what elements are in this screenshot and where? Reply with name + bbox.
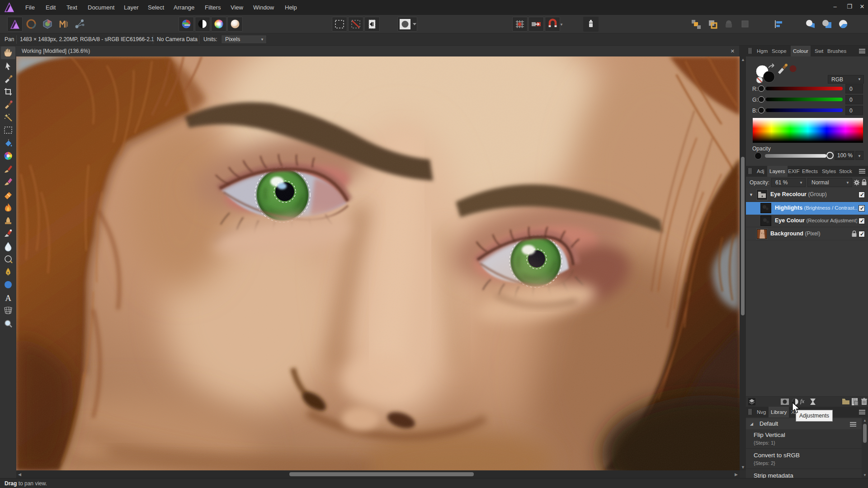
svg-text:A: A [5,293,11,303]
